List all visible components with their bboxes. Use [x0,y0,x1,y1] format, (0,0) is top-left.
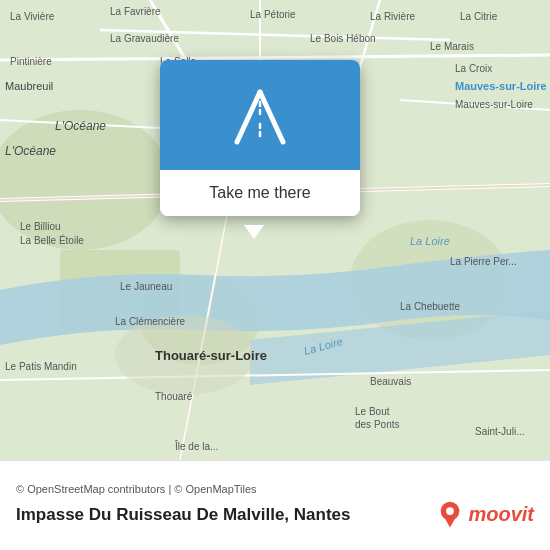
svg-line-51 [237,92,260,142]
svg-text:La Pétorie: La Pétorie [250,9,296,20]
svg-text:Le Bout: Le Bout [355,406,390,417]
svg-text:Thouaré: Thouaré [155,391,193,402]
moovit-pin-icon [436,501,464,529]
svg-text:Le Jauneau: Le Jauneau [120,281,172,292]
svg-text:Thouaré-sur-Loire: Thouaré-sur-Loire [155,348,267,363]
svg-text:La Chebuette: La Chebuette [400,301,460,312]
svg-text:La Belle Étoile: La Belle Étoile [20,234,84,246]
svg-text:La Croix: La Croix [455,63,492,74]
svg-text:La Vivière: La Vivière [10,11,55,22]
svg-text:Île de la...: Île de la... [174,440,218,452]
svg-text:La Citrie: La Citrie [460,11,498,22]
map-view[interactable]: Thouaré-sur-Loire La Vivière La Favrière… [0,0,550,460]
svg-text:Pintinière: Pintinière [10,56,52,67]
svg-text:L'Océane: L'Océane [55,119,106,133]
road-navigation-icon [225,82,295,152]
svg-text:Mauves-sur-Loire: Mauves-sur-Loire [455,99,533,110]
location-name: Impasse Du Ruisseau De Malville, Nantes [16,505,350,525]
svg-marker-56 [444,516,456,527]
svg-text:Maubreuil: Maubreuil [5,80,53,92]
svg-point-57 [447,507,455,515]
svg-text:La Rivière: La Rivière [370,11,415,22]
location-row: Impasse Du Ruisseau De Malville, Nantes … [16,501,534,529]
svg-text:La Favrière: La Favrière [110,6,161,17]
moovit-logo: moovit [436,501,534,529]
svg-text:Saint-Juli...: Saint-Juli... [475,426,524,437]
svg-text:Mauves-sur-Loire: Mauves-sur-Loire [455,80,547,92]
svg-text:Le Patis Mandin: Le Patis Mandin [5,361,77,372]
svg-text:La Loire: La Loire [410,235,450,247]
moovit-brand-text: moovit [468,503,534,526]
svg-line-52 [260,92,283,142]
svg-text:La Gravaudière: La Gravaudière [110,33,179,44]
footer: © OpenStreetMap contributors | © OpenMap… [0,460,550,550]
navigation-popup: Take me there [160,60,360,216]
popup-icon-background [160,60,360,170]
svg-text:Beauvais: Beauvais [370,376,411,387]
svg-text:Le Bois Hébon: Le Bois Hébon [310,33,376,44]
svg-text:Le Marais: Le Marais [430,41,474,52]
copyright-text: © OpenStreetMap contributors | © OpenMap… [16,483,534,495]
svg-text:La Pierre Per...: La Pierre Per... [450,256,517,267]
svg-text:des Ponts: des Ponts [355,419,399,430]
take-me-there-button[interactable]: Take me there [160,170,360,216]
svg-text:Le Billiou: Le Billiou [20,221,61,232]
svg-text:L'Océane: L'Océane [5,144,56,158]
svg-text:La Clémencière: La Clémencière [115,316,185,327]
